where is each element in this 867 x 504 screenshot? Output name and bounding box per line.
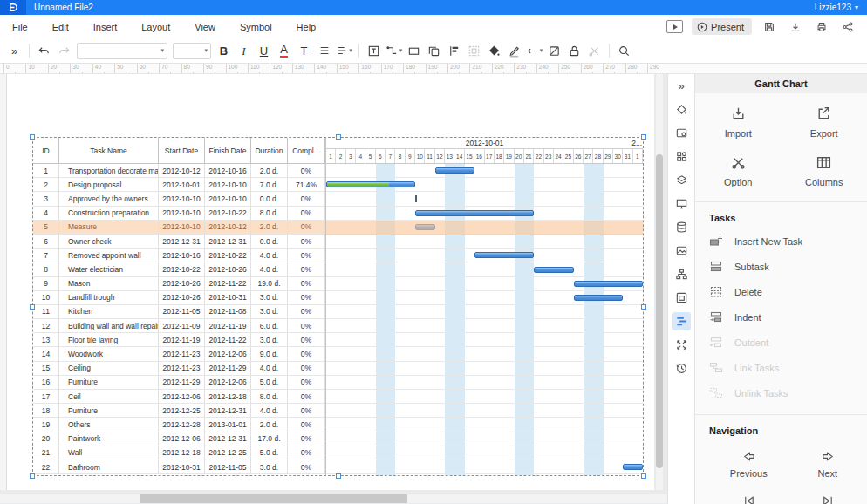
menu-layout[interactable]: Layout [129,22,182,32]
milestone-marker[interactable] [415,195,417,202]
menu-file[interactable]: File [0,22,40,32]
nav-go-to-finish[interactable]: Go to Finish [788,494,867,504]
table-row[interactable]: 14Woodwork2012-11-232012-12-069.0 d.0% [33,347,325,361]
horizontal-scrollbar[interactable] [0,494,667,503]
save-button[interactable] [761,19,778,35]
picture-button[interactable] [672,242,691,260]
task-bar[interactable] [574,295,624,301]
table-row[interactable]: 11Kitchen2012-11-052012-11-083.0 d.0% [33,305,325,319]
table-row[interactable]: 7Removed appoint wall2012-10-162012-10-2… [33,249,325,262]
nav-previous[interactable]: Previous [709,450,788,479]
table-row[interactable]: 5Measure2012-10-102012-10-122.0 d.0% [33,221,325,235]
table-row[interactable]: 17Ceil2012-12-062012-12-188.0 d.0% [33,390,325,404]
table-row[interactable]: 12Building wall and wall repair2012-11-0… [33,319,325,333]
table-row[interactable]: 22Bathroom2012-10-312012-11-053.0 d.0% [33,460,325,474]
app-logo-icon[interactable] [0,0,26,15]
data-button[interactable] [672,218,691,236]
vertical-scrollbar[interactable] [656,74,663,490]
line-spacing-button[interactable] [314,41,334,60]
text-align-button[interactable]: ▾ [334,41,354,60]
line-style-button[interactable]: ▾ [524,41,544,60]
canvas-page[interactable]: IDTask NameStart DateFinish DateDuration… [7,74,654,490]
panel-action-import[interactable]: Import [695,106,782,139]
task-action-delete[interactable]: Delete [709,279,867,304]
table-row[interactable]: 20Paintwork2012-12-062012-12-3117.0 d.0% [33,432,325,446]
selection-handle[interactable] [641,304,646,310]
share-button[interactable] [839,19,857,35]
menu-symbol[interactable]: Symbol [228,22,284,32]
panel-action-export[interactable]: Export [782,106,867,139]
download-button[interactable] [787,19,804,35]
table-row[interactable]: 19Others2012-12-282013-01-012.0 d.0% [33,418,325,432]
table-row[interactable]: 8Water electrician2012-10-222012-10-264.… [33,262,325,276]
table-row[interactable]: 9Mason2012-10-262012-11-2219.0 d.0% [33,277,325,291]
task-bar[interactable] [574,281,643,287]
gantt-chart-shape[interactable]: IDTask NameStart DateFinish DateDuration… [33,138,643,475]
print-button[interactable] [813,19,830,35]
page-setup-button[interactable] [672,124,691,142]
italic-button[interactable]: I [234,41,254,60]
fill-color-button[interactable] [484,41,504,60]
selection-handle[interactable] [30,304,35,310]
selection-handle[interactable] [641,473,646,479]
group-button[interactable] [464,41,484,60]
task-action-insert-new-task[interactable]: Insert New Task [709,228,867,254]
task-bar[interactable] [623,464,643,470]
lock-button[interactable] [564,41,584,60]
canvas-area[interactable]: IDTask NameStart DateFinish DateDuration… [0,74,667,504]
selection-handle[interactable] [30,134,35,140]
gantt-chart-panel-button[interactable] [672,312,691,330]
pen-style-button[interactable] [504,41,524,60]
task-action-subtask[interactable]: Subtask [709,254,867,279]
strikethrough-button[interactable]: T [294,41,314,60]
expand-toolbar-button[interactable]: » [4,41,24,60]
shape-button[interactable] [404,41,424,60]
align-shapes-button[interactable] [444,41,464,60]
fit-view-button[interactable] [672,336,691,354]
text-box-button[interactable] [364,41,384,60]
horizontal-scrollbar-thumb[interactable] [140,494,407,503]
connector-button[interactable]: ▾ [384,41,404,60]
task-bar[interactable] [415,210,534,216]
org-chart-button[interactable] [672,265,691,283]
table-row[interactable]: 16Furniture2012-11-292012-12-065.0 d.0% [33,376,325,390]
font-color-button[interactable]: A [274,41,294,60]
menu-edit[interactable]: Edit [40,22,81,32]
font-family-select[interactable]: ▾ [77,43,167,59]
redo-button[interactable] [54,41,74,60]
selection-handle[interactable] [30,473,35,479]
selection-handle[interactable] [336,134,341,140]
table-row[interactable]: 4Construction preparation2012-10-102012-… [33,207,325,221]
container-button[interactable] [672,289,691,307]
table-row[interactable]: 21Wall2012-12-182012-12-255.0 d.0% [33,446,325,460]
duplicate-shape-button[interactable] [424,41,444,60]
table-row[interactable]: 2Design proposal2012-10-012012-10-107.0 … [33,178,325,192]
menu-insert[interactable]: Insert [81,22,130,32]
table-row[interactable]: 15Ceiling2012-11-232012-11-294.0 d.0% [33,362,325,376]
presentation-button[interactable] [672,194,691,213]
menu-view[interactable]: View [182,22,228,32]
fill-style-button[interactable] [672,100,691,119]
panel-action-columns[interactable]: Columns [782,154,867,187]
nav-go-to-start[interactable]: Go to Start [709,494,788,504]
panel-action-option[interactable]: Option [695,154,782,187]
task-bar[interactable] [435,167,474,174]
undo-button[interactable] [34,41,54,60]
task-bar[interactable] [326,181,415,187]
table-row[interactable]: 13Floor tile laying2012-11-192012-11-223… [33,333,325,347]
history-button[interactable] [672,359,691,378]
vertical-scrollbar-thumb[interactable] [656,154,663,468]
task-action-indent[interactable]: Indent [709,304,867,330]
selection-handle[interactable] [641,134,646,140]
clear-style-button[interactable] [544,41,564,60]
table-row[interactable]: 10Landfill trough2012-10-262012-10-313.0… [33,291,325,305]
layers-button[interactable] [672,171,691,189]
collapse-panel-button[interactable]: » [672,77,691,95]
search-button[interactable] [614,41,634,60]
table-row[interactable]: 6Owner check2012-12-312012-12-310.0 d.0% [33,235,325,249]
nav-next[interactable]: Next [788,450,867,479]
table-row[interactable]: 3Approved by the owners2012-10-102012-10… [33,192,325,206]
tools-button[interactable] [584,41,604,60]
underline-button[interactable]: U [254,41,274,60]
table-row[interactable]: 1Transportation decorate ma...2012-10-12… [33,164,325,178]
